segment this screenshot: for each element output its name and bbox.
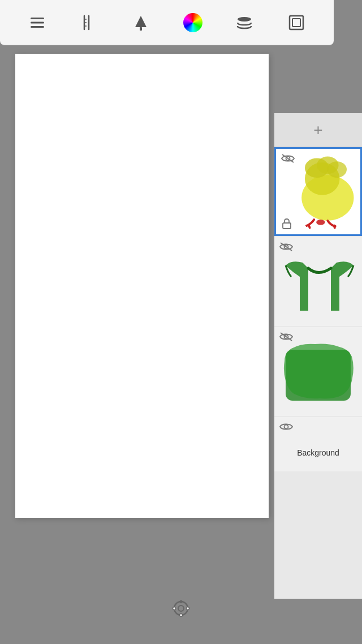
drawing-canvas[interactable] [15,54,269,518]
add-layer-button[interactable]: + [274,113,362,147]
frame-icon-button[interactable] [284,10,309,35]
svg-point-10 [238,17,251,22]
svg-rect-0 [31,18,44,19]
layer-item-1[interactable] [274,147,362,236]
svg-point-28 [285,425,288,429]
svg-rect-9 [140,27,142,31]
ruler-icon-button[interactable] [76,10,101,35]
visibility-icon-1 [281,153,295,164]
color-wheel-icon [183,13,202,32]
svg-point-22 [316,220,325,225]
svg-rect-15 [283,223,291,229]
svg-point-30 [178,606,184,611]
svg-rect-12 [292,19,300,27]
background-label: Background [297,448,339,457]
background-layer[interactable]: Background [274,417,362,471]
bottom-center-button[interactable] [171,598,191,619]
svg-marker-8 [135,16,146,27]
brush-icon-button[interactable] [128,10,153,35]
svg-point-33 [173,607,176,610]
svg-point-31 [180,600,183,603]
layers-list: Background [274,147,362,599]
svg-point-21 [327,161,347,178]
svg-point-34 [187,607,189,610]
svg-rect-2 [31,26,44,28]
lock-icon-1 [281,217,293,230]
layer-item-2[interactable] [274,237,362,326]
list-icon-button[interactable] [25,10,50,35]
sync-icon [171,598,191,619]
layers-panel: + [274,113,362,599]
visibility-icon-2 [279,242,294,252]
svg-point-29 [174,602,188,615]
svg-rect-16 [283,223,291,229]
layers-icon-button[interactable] [232,10,257,35]
svg-point-32 [180,614,183,617]
plus-icon: + [313,122,322,138]
svg-rect-1 [31,22,44,23]
layer-item-3[interactable] [274,327,362,416]
toolbar [0,0,334,45]
visibility-icon-3 [279,332,294,342]
color-wheel-button[interactable] [180,10,205,35]
svg-rect-11 [290,16,303,29]
visibility-icon-bg [279,422,294,434]
